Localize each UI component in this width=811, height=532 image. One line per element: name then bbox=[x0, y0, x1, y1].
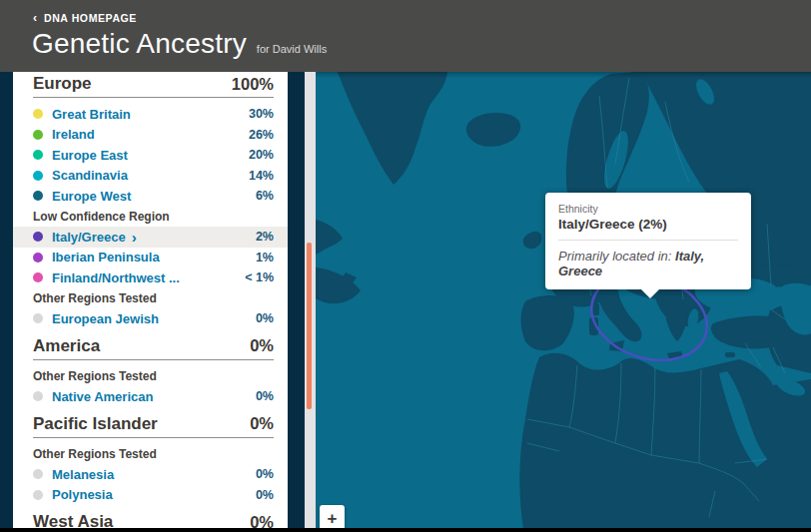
section-header-europe: Europe 100% bbox=[33, 74, 274, 94]
region-color-dot bbox=[33, 313, 43, 323]
region-percent: 20% bbox=[249, 148, 274, 162]
divider bbox=[33, 97, 274, 98]
tooltip-location: Primarily located in: Italy, Greece bbox=[558, 249, 738, 278]
region-label: Melanesia bbox=[52, 467, 114, 482]
region-color-dot bbox=[33, 490, 43, 500]
region-row-europe-west[interactable]: Europe West 6% bbox=[33, 186, 274, 207]
region-color-dot bbox=[33, 253, 43, 263]
land-cyprus bbox=[725, 352, 735, 357]
region-label: Great Britain bbox=[52, 107, 131, 122]
region-row-melanesia[interactable]: Melanesia 0% bbox=[33, 464, 274, 485]
region-percent: 6% bbox=[256, 189, 274, 203]
ethnicity-tooltip: Ethnicity Italy/Greece (2%) Primarily lo… bbox=[545, 193, 751, 289]
section-header-pacific-islander: Pacific Islander 0% bbox=[33, 414, 274, 434]
land-canada-a bbox=[316, 220, 343, 255]
chevron-right-icon: › bbox=[132, 230, 137, 245]
region-row-native-american[interactable]: Native American 0% bbox=[33, 386, 274, 407]
land-ireland bbox=[523, 232, 542, 249]
region-label: Europe West bbox=[52, 189, 131, 204]
back-link-label: DNA HOMEPAGE bbox=[44, 12, 137, 24]
region-row-italy-greece[interactable]: Italy/Greece › 2% bbox=[13, 227, 288, 248]
region-color-dot bbox=[33, 171, 43, 181]
land-greenland bbox=[338, 72, 447, 185]
region-label: Finland/Northwest ... bbox=[52, 270, 180, 285]
region-percent: 0% bbox=[256, 467, 274, 481]
region-percent: 2% bbox=[256, 230, 274, 244]
region-percent: 0% bbox=[256, 488, 274, 502]
page-subtitle: for David Wills bbox=[257, 43, 327, 55]
section-label: America bbox=[33, 336, 100, 356]
land-greece bbox=[665, 299, 687, 341]
divider bbox=[33, 359, 274, 360]
region-label: Polynesia bbox=[52, 487, 113, 502]
section-percent: 0% bbox=[250, 513, 274, 529]
section-label: Europe bbox=[33, 74, 92, 94]
sidebar-scrollbar-track[interactable] bbox=[305, 72, 316, 528]
back-to-dna-homepage-link[interactable]: ‹ DNA HOMEPAGE bbox=[33, 12, 137, 24]
region-color-dot bbox=[33, 232, 43, 242]
region-percent: 0% bbox=[256, 311, 274, 325]
region-percent: 30% bbox=[249, 107, 274, 121]
sidebar-scrollbar-thumb[interactable] bbox=[307, 243, 312, 409]
map-canvas[interactable]: Ethnicity Italy/Greece (2%) Primarily lo… bbox=[316, 72, 811, 528]
group-label-other-regions: Other Regions Tested bbox=[33, 444, 274, 465]
plus-icon: + bbox=[328, 509, 338, 529]
region-row-scandinavia[interactable]: Scandinavia 14% bbox=[33, 166, 274, 187]
land-corsica bbox=[592, 303, 599, 315]
genetic-ancestry-page: ‹ DNA HOMEPAGE Genetic Ancestry for Davi… bbox=[0, 0, 811, 532]
region-row-european-jewish[interactable]: European Jewish 0% bbox=[33, 308, 274, 329]
region-label: Scandinavia bbox=[52, 168, 128, 183]
tooltip-eyebrow: Ethnicity bbox=[558, 203, 738, 215]
region-label: Iberian Peninsula bbox=[52, 250, 160, 265]
section-percent: 0% bbox=[250, 336, 274, 355]
region-percent: 26% bbox=[249, 128, 274, 142]
region-color-dot bbox=[33, 191, 43, 201]
region-color-dot bbox=[33, 391, 43, 401]
region-percent: < 1% bbox=[245, 270, 274, 284]
region-color-dot bbox=[33, 469, 43, 479]
section-label: Pacific Islander bbox=[33, 414, 158, 434]
tooltip-divider bbox=[558, 240, 738, 241]
region-color-dot bbox=[33, 130, 43, 140]
section-header-america: America 0% bbox=[33, 336, 274, 356]
section-percent: 0% bbox=[250, 414, 274, 433]
region-percent: 1% bbox=[256, 251, 274, 265]
group-label-low-confidence: Low Confidence Region bbox=[33, 207, 274, 228]
section-label: West Asia bbox=[33, 512, 113, 528]
region-row-europe-east[interactable]: Europe East 20% bbox=[33, 145, 274, 166]
region-color-dot bbox=[33, 272, 43, 282]
land-iceland bbox=[466, 113, 520, 147]
region-row-finland-northwest[interactable]: Finland/Northwest ... < 1% bbox=[33, 267, 274, 288]
bottom-bar bbox=[0, 528, 811, 532]
group-label-other-regions: Other Regions Tested bbox=[33, 366, 274, 387]
region-label: Italy/Greece bbox=[52, 230, 126, 245]
region-row-polynesia[interactable]: Polynesia 0% bbox=[33, 485, 274, 506]
section-header-west-asia: West Asia 0% bbox=[33, 512, 274, 528]
region-percent: 0% bbox=[256, 389, 274, 403]
region-label: European Jewish bbox=[52, 311, 159, 326]
region-row-iberian-peninsula[interactable]: Iberian Peninsula 1% bbox=[33, 248, 274, 268]
region-label: Ireland bbox=[52, 127, 95, 142]
page-header: ‹ DNA HOMEPAGE Genetic Ancestry for Davi… bbox=[0, 0, 811, 72]
world-map-svg bbox=[316, 72, 811, 528]
land-canada-b bbox=[316, 267, 361, 303]
region-label: Europe East bbox=[52, 148, 128, 163]
region-row-great-britain[interactable]: Great Britain 30% bbox=[33, 104, 274, 125]
region-color-dot bbox=[33, 150, 43, 160]
land-africa-arabia bbox=[519, 353, 811, 528]
region-percent: 14% bbox=[249, 169, 274, 183]
region-row-ireland[interactable]: Ireland 26% bbox=[33, 125, 274, 146]
ethnicity-sidebar: Europe 100% Great Britain 30% Ireland 26… bbox=[13, 72, 288, 528]
tooltip-title: Italy/Greece (2%) bbox=[558, 217, 738, 232]
region-label: Native American bbox=[52, 389, 153, 404]
land-iberia bbox=[521, 295, 574, 350]
region-color-dot bbox=[33, 109, 43, 119]
page-title: Genetic Ancestry bbox=[32, 28, 247, 60]
section-percent: 100% bbox=[232, 75, 274, 94]
chevron-left-icon: ‹ bbox=[33, 12, 37, 24]
group-label-other-regions: Other Regions Tested bbox=[33, 288, 274, 309]
divider bbox=[33, 437, 274, 438]
